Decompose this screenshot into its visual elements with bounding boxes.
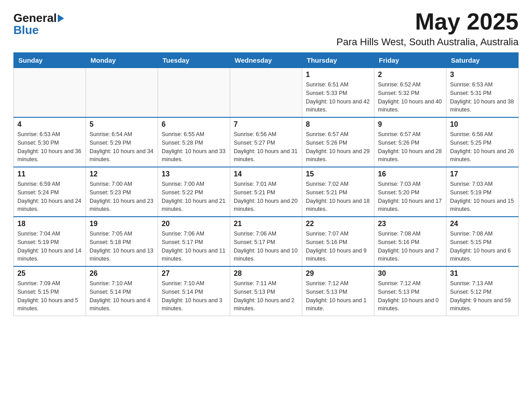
day-info: Sunrise: 6:51 AMSunset: 5:33 PMDaylight:… [306, 81, 370, 114]
logo-arrow-icon [58, 14, 64, 22]
day-info: Sunrise: 7:04 AMSunset: 5:19 PMDaylight:… [17, 230, 82, 263]
day-number: 2 [378, 71, 442, 79]
day-number: 26 [90, 270, 154, 278]
title-block: May 2025 Para Hills West, South Australi… [336, 9, 519, 48]
day-number: 23 [378, 220, 442, 228]
day-info: Sunrise: 7:08 AMSunset: 5:16 PMDaylight:… [378, 230, 442, 263]
header-sunday: Sunday [14, 53, 86, 68]
day-info: Sunrise: 7:13 AMSunset: 5:12 PMDaylight:… [450, 279, 515, 313]
calendar-cell: 19Sunrise: 7:05 AMSunset: 5:18 PMDayligh… [86, 217, 158, 266]
day-number: 31 [450, 270, 515, 278]
day-number: 5 [90, 120, 154, 128]
calendar-cell: 16Sunrise: 7:03 AMSunset: 5:20 PMDayligh… [374, 167, 446, 217]
day-number: 16 [378, 170, 442, 178]
header-wednesday: Wednesday [230, 53, 302, 68]
page-header: General Blue May 2025 Para Hills West, S… [13, 9, 519, 48]
day-number: 20 [162, 220, 226, 228]
day-info: Sunrise: 7:08 AMSunset: 5:15 PMDaylight:… [450, 230, 515, 263]
calendar-cell: 6Sunrise: 6:55 AMSunset: 5:28 PMDaylight… [158, 117, 230, 167]
day-info: Sunrise: 6:53 AMSunset: 5:31 PMDaylight:… [450, 81, 515, 114]
calendar-cell: 10Sunrise: 6:58 AMSunset: 5:25 PMDayligh… [446, 117, 519, 167]
calendar-cell [158, 68, 230, 118]
day-number: 22 [306, 220, 370, 228]
day-info: Sunrise: 7:07 AMSunset: 5:16 PMDaylight:… [306, 230, 370, 263]
day-info: Sunrise: 7:06 AMSunset: 5:17 PMDaylight:… [234, 230, 298, 263]
day-number: 21 [234, 220, 298, 228]
header-tuesday: Tuesday [158, 53, 230, 68]
day-number: 1 [306, 71, 370, 79]
calendar-cell: 11Sunrise: 6:59 AMSunset: 5:24 PMDayligh… [14, 167, 86, 217]
calendar-cell: 22Sunrise: 7:07 AMSunset: 5:16 PMDayligh… [302, 217, 374, 266]
calendar-cell: 17Sunrise: 7:03 AMSunset: 5:19 PMDayligh… [446, 167, 519, 217]
day-info: Sunrise: 6:58 AMSunset: 5:25 PMDaylight:… [450, 130, 515, 164]
header-monday: Monday [86, 53, 158, 68]
calendar-cell: 25Sunrise: 7:09 AMSunset: 5:15 PMDayligh… [14, 266, 86, 316]
day-number: 18 [17, 220, 82, 228]
calendar-cell: 2Sunrise: 6:52 AMSunset: 5:32 PMDaylight… [374, 68, 446, 118]
calendar-cell: 15Sunrise: 7:02 AMSunset: 5:21 PMDayligh… [302, 167, 374, 217]
day-info: Sunrise: 7:02 AMSunset: 5:21 PMDaylight:… [306, 180, 370, 214]
day-number: 6 [162, 120, 226, 128]
day-number: 19 [90, 220, 154, 228]
calendar-week-row: 4Sunrise: 6:53 AMSunset: 5:30 PMDaylight… [14, 117, 519, 167]
calendar-cell: 13Sunrise: 7:00 AMSunset: 5:22 PMDayligh… [158, 167, 230, 217]
day-info: Sunrise: 6:53 AMSunset: 5:30 PMDaylight:… [17, 130, 82, 164]
day-info: Sunrise: 6:55 AMSunset: 5:28 PMDaylight:… [162, 130, 226, 164]
calendar-cell [14, 68, 86, 118]
calendar-cell: 30Sunrise: 7:12 AMSunset: 5:13 PMDayligh… [374, 266, 446, 316]
calendar-cell: 29Sunrise: 7:12 AMSunset: 5:13 PMDayligh… [302, 266, 374, 316]
calendar-cell: 27Sunrise: 7:10 AMSunset: 5:14 PMDayligh… [158, 266, 230, 316]
calendar-header-row: SundayMondayTuesdayWednesdayThursdayFrid… [14, 53, 519, 68]
day-number: 17 [450, 170, 515, 178]
day-number: 3 [450, 71, 515, 79]
calendar-cell: 3Sunrise: 6:53 AMSunset: 5:31 PMDaylight… [446, 68, 519, 118]
header-saturday: Saturday [446, 53, 519, 68]
location-title: Para Hills West, South Australia, Austra… [336, 36, 519, 48]
day-info: Sunrise: 7:01 AMSunset: 5:21 PMDaylight:… [234, 180, 298, 214]
day-info: Sunrise: 7:10 AMSunset: 5:14 PMDaylight:… [90, 279, 154, 313]
calendar-cell: 20Sunrise: 7:06 AMSunset: 5:17 PMDayligh… [158, 217, 230, 266]
calendar-cell: 5Sunrise: 6:54 AMSunset: 5:29 PMDaylight… [86, 117, 158, 167]
day-info: Sunrise: 7:03 AMSunset: 5:20 PMDaylight:… [378, 180, 442, 214]
calendar-week-row: 25Sunrise: 7:09 AMSunset: 5:15 PMDayligh… [14, 266, 519, 316]
day-number: 24 [450, 220, 515, 228]
calendar-cell: 28Sunrise: 7:11 AMSunset: 5:13 PMDayligh… [230, 266, 302, 316]
calendar-cell: 26Sunrise: 7:10 AMSunset: 5:14 PMDayligh… [86, 266, 158, 316]
header-friday: Friday [374, 53, 446, 68]
calendar-week-row: 1Sunrise: 6:51 AMSunset: 5:33 PMDaylight… [14, 68, 519, 118]
calendar-cell: 9Sunrise: 6:57 AMSunset: 5:26 PMDaylight… [374, 117, 446, 167]
calendar-week-row: 11Sunrise: 6:59 AMSunset: 5:24 PMDayligh… [14, 167, 519, 217]
calendar-cell: 23Sunrise: 7:08 AMSunset: 5:16 PMDayligh… [374, 217, 446, 266]
calendar-cell: 8Sunrise: 6:57 AMSunset: 5:26 PMDaylight… [302, 117, 374, 167]
day-number: 30 [378, 270, 442, 278]
day-info: Sunrise: 7:11 AMSunset: 5:13 PMDaylight:… [234, 279, 298, 313]
day-info: Sunrise: 7:12 AMSunset: 5:13 PMDaylight:… [378, 279, 442, 313]
day-number: 12 [90, 170, 154, 178]
logo-blue-text: Blue [13, 23, 39, 37]
calendar-cell: 14Sunrise: 7:01 AMSunset: 5:21 PMDayligh… [230, 167, 302, 217]
day-number: 14 [234, 170, 298, 178]
calendar-cell: 21Sunrise: 7:06 AMSunset: 5:17 PMDayligh… [230, 217, 302, 266]
day-number: 9 [378, 120, 442, 128]
day-info: Sunrise: 6:57 AMSunset: 5:26 PMDaylight:… [378, 130, 442, 164]
day-number: 7 [234, 120, 298, 128]
day-info: Sunrise: 6:54 AMSunset: 5:29 PMDaylight:… [90, 130, 154, 164]
day-number: 29 [306, 270, 370, 278]
day-number: 11 [17, 170, 82, 178]
calendar-cell: 1Sunrise: 6:51 AMSunset: 5:33 PMDaylight… [302, 68, 374, 118]
calendar-cell [230, 68, 302, 118]
header-thursday: Thursday [302, 53, 374, 68]
day-info: Sunrise: 7:00 AMSunset: 5:22 PMDaylight:… [162, 180, 226, 214]
calendar-cell: 18Sunrise: 7:04 AMSunset: 5:19 PMDayligh… [14, 217, 86, 266]
day-number: 4 [17, 120, 82, 128]
day-number: 25 [17, 270, 82, 278]
logo: General Blue [13, 9, 64, 37]
calendar-cell: 12Sunrise: 7:00 AMSunset: 5:23 PMDayligh… [86, 167, 158, 217]
day-number: 13 [162, 170, 226, 178]
day-number: 28 [234, 270, 298, 278]
day-info: Sunrise: 6:52 AMSunset: 5:32 PMDaylight:… [378, 81, 442, 114]
day-number: 15 [306, 170, 370, 178]
day-number: 27 [162, 270, 226, 278]
calendar-table: SundayMondayTuesdayWednesdayThursdayFrid… [13, 52, 519, 316]
day-info: Sunrise: 7:00 AMSunset: 5:23 PMDaylight:… [90, 180, 154, 214]
